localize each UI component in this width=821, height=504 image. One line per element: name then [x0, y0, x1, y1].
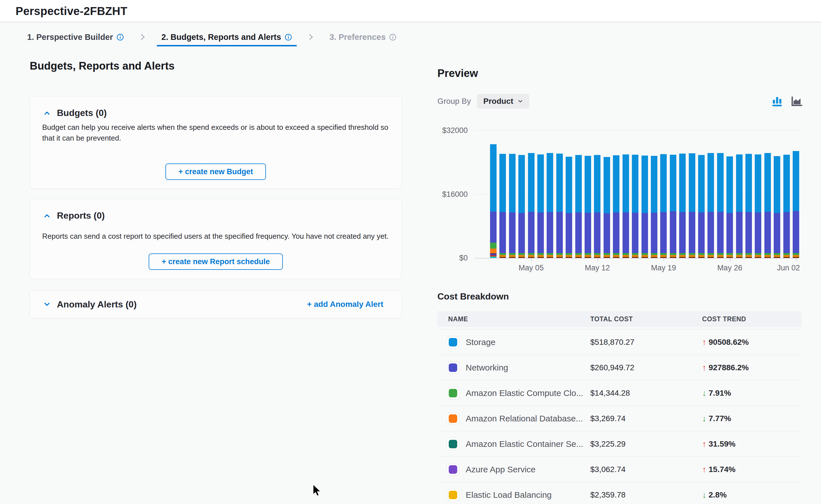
- reports-card-header[interactable]: Reports (0): [43, 210, 105, 221]
- chart-bar[interactable]: [727, 156, 733, 258]
- bar-segment-green: [727, 253, 733, 255]
- chart-bar[interactable]: [783, 155, 790, 258]
- chart-bar[interactable]: [547, 153, 553, 258]
- cost-trend-cell: ↑90508.62%: [702, 337, 749, 347]
- group-by-select[interactable]: Product: [477, 94, 529, 109]
- group-by-value: Product: [483, 97, 513, 106]
- create-budget-button[interactable]: + create new Budget: [165, 163, 266, 180]
- table-row[interactable]: Amazon Elastic Container Se...$3,225.29↑…: [437, 431, 802, 457]
- bar-segment-green: [736, 253, 743, 255]
- tab-perspective-builder[interactable]: 1. Perspective Builder: [23, 33, 128, 42]
- bar-segment-indigo: [698, 212, 705, 253]
- bar-chart-icon[interactable]: [771, 96, 783, 107]
- chevron-up-icon[interactable]: [43, 109, 51, 117]
- table-row[interactable]: Amazon Elastic Compute Clo...$14,344.28↓…: [437, 380, 802, 406]
- chart-bar[interactable]: [793, 151, 799, 258]
- bar-segment-blue: [793, 151, 799, 211]
- bar-segment-green: [764, 253, 771, 255]
- tab-separator: [307, 33, 315, 41]
- bar-segment-indigo: [490, 212, 496, 243]
- chart-bar[interactable]: [717, 153, 724, 258]
- chart-bar[interactable]: [689, 153, 695, 258]
- bar-segment-blue: [613, 155, 620, 212]
- chart-bar[interactable]: [745, 154, 752, 258]
- chart-bar[interactable]: [623, 154, 629, 258]
- bar-segment-indigo: [566, 213, 572, 253]
- anomaly-card-header[interactable]: Anomaly Alerts (0): [43, 299, 137, 310]
- bar-segment-blue: [509, 154, 515, 212]
- preview-title: Preview: [437, 67, 478, 79]
- chevron-right-icon: [307, 33, 315, 41]
- info-icon[interactable]: [389, 33, 397, 41]
- table-row[interactable]: Amazon Relational Database...$3,269.74↓7…: [437, 406, 802, 431]
- chart-bar[interactable]: [537, 154, 544, 258]
- chart-bar[interactable]: [708, 153, 714, 258]
- bar-segment-blue: [755, 154, 761, 212]
- product-name: Elastic Load Balancing: [466, 490, 552, 500]
- table-row[interactable]: Storage$518,870.27↑90508.62%: [437, 329, 802, 355]
- chart-bar[interactable]: [632, 155, 639, 258]
- chevron-down-icon[interactable]: [43, 301, 51, 308]
- chart-bar[interactable]: [642, 156, 648, 258]
- chart-bar[interactable]: [736, 154, 743, 258]
- bar-segment-maroon: [679, 257, 686, 258]
- budgets-card-header[interactable]: Budgets (0): [43, 108, 107, 118]
- info-icon[interactable]: [116, 33, 124, 41]
- chart-bar[interactable]: [774, 156, 780, 258]
- chevron-up-icon[interactable]: [43, 212, 51, 219]
- reports-description: Reports can send a cost report to specif…: [42, 231, 393, 242]
- chart-bar[interactable]: [528, 153, 534, 258]
- info-icon[interactable]: [285, 33, 292, 41]
- tab-preferences[interactable]: 3. Preferences: [325, 33, 401, 42]
- bar-segment-green: [490, 243, 496, 249]
- chart-bar[interactable]: [679, 154, 686, 258]
- reports-title: Reports (0): [57, 210, 105, 221]
- chart-bar[interactable]: [566, 157, 572, 258]
- area-chart-icon[interactable]: [790, 95, 803, 107]
- bar-segment-blue: [623, 154, 629, 212]
- total-cost-cell: $3,225.29: [590, 440, 702, 449]
- bar-segment-green: [632, 253, 639, 255]
- tab-label: 1. Perspective Builder: [27, 33, 113, 42]
- bar-segment-indigo: [727, 213, 733, 253]
- bar-segment-green: [566, 253, 572, 255]
- add-anomaly-alert-link[interactable]: + add Anomaly Alert: [307, 300, 383, 309]
- chart-bar[interactable]: [594, 155, 600, 258]
- chart-bar[interactable]: [518, 155, 525, 258]
- bar-segment-green: [518, 253, 525, 255]
- create-report-schedule-button[interactable]: + create new Report schedule: [149, 253, 283, 270]
- table-row[interactable]: Azure App Service$3,062.74↑15.74%: [437, 457, 802, 482]
- chart-bar[interactable]: [670, 155, 676, 258]
- budgets-description: Budget can help you receive alerts when …: [42, 122, 393, 143]
- chart-bar[interactable]: [575, 155, 582, 258]
- trend-value: 7.91%: [709, 389, 731, 398]
- total-cost-cell: $260,949.72: [590, 363, 702, 372]
- tab-budgets-reports-and-alerts[interactable]: 2. Budgets, Reports and Alerts: [157, 33, 297, 42]
- cost-trend-cell: ↓7.77%: [702, 414, 731, 423]
- table-row[interactable]: Elastic Load Balancing$2,359.78↓2.8%: [437, 482, 802, 504]
- chart-bar[interactable]: [755, 154, 761, 258]
- bar-segment-maroon: [547, 257, 553, 258]
- bar-segment-maroon: [736, 257, 743, 258]
- trend-down-arrow-icon: ↓: [702, 490, 706, 500]
- chart-bar[interactable]: [698, 155, 705, 258]
- chart-bar[interactable]: [490, 144, 496, 258]
- bar-segment-maroon: [594, 257, 600, 258]
- chart-bar[interactable]: [613, 155, 620, 258]
- chart-bar[interactable]: [660, 154, 667, 258]
- trend-value: 90508.62%: [709, 338, 749, 347]
- chart-bar[interactable]: [651, 156, 657, 258]
- chart-bar[interactable]: [584, 156, 591, 258]
- x-axis-label: Jun 02: [777, 264, 800, 272]
- chart-bar[interactable]: [509, 154, 515, 258]
- bar-segment-green: [547, 253, 553, 255]
- bar-segment-maroon: [556, 257, 563, 258]
- total-cost-cell: $3,062.74: [590, 465, 702, 474]
- chart-bar[interactable]: [764, 153, 771, 258]
- table-row[interactable]: Networking$260,949.72↑927886.2%: [437, 355, 802, 380]
- chart-bar[interactable]: [603, 157, 610, 258]
- chart-bar[interactable]: [556, 154, 563, 258]
- chart-bar[interactable]: [499, 154, 506, 258]
- wizard-tabs: 1. Perspective Builder2. Budgets, Report…: [23, 29, 401, 45]
- product-name: Networking: [466, 363, 508, 372]
